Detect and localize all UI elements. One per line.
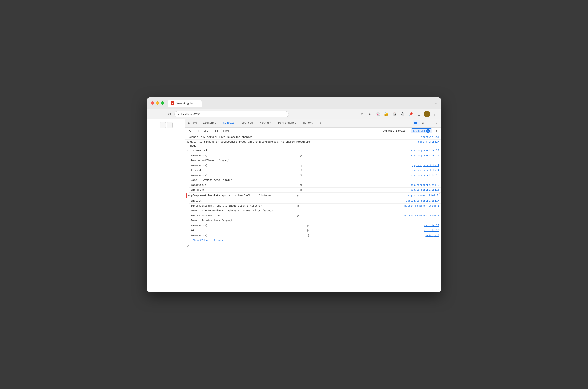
disable-log-button[interactable] [195, 128, 200, 134]
console-log-8: (anonymous) @ app.component.ts:16 [189, 173, 441, 178]
maximize-window-button[interactable] [161, 101, 164, 105]
console-log-4: (anonymous) @ app.component.ts:18 [189, 153, 441, 158]
console-log-10-link[interactable]: app.component.ts:16 [410, 183, 439, 187]
console-log-20-text: (anonymous) [191, 234, 307, 237]
console-log-20: (anonymous) @ main.js:2 [189, 233, 441, 238]
extension-icon-2[interactable]: 🔐 [383, 110, 390, 118]
console-log-16-link[interactable]: button.component.html:1 [404, 214, 439, 218]
console-log-17: Zone — Promise.then (async) [189, 218, 441, 223]
svg-rect-3 [414, 122, 417, 124]
console-log-18: (anonymous) @ main.ts:15 [189, 223, 441, 228]
pin-icon[interactable]: 📌 [407, 110, 415, 118]
more-tabs-button[interactable]: » [317, 120, 325, 127]
more-options-button[interactable]: ⋮ [427, 120, 433, 126]
console-log-2-text: Angular is running in development mode. … [187, 140, 416, 148]
console-log-14: ButtonComponent_Template_input_click_0_l… [189, 204, 441, 209]
tab-memory[interactable]: Memory [300, 120, 316, 126]
new-tab-button[interactable]: + [203, 100, 209, 106]
console-log-12-link[interactable]: app.component.html:2 [408, 194, 438, 198]
context-chevron-icon: ▾ [209, 130, 211, 132]
device-toggle-button[interactable] [192, 121, 198, 126]
zoom-out-button[interactable]: − [167, 122, 173, 128]
console-log-4-text: (anonymous) [191, 154, 299, 158]
console-log-13-link[interactable]: button.component.ts:17 [406, 199, 439, 203]
log-levels-label: Default levels [383, 129, 406, 132]
extension-icon-1[interactable]: 👻 [374, 110, 382, 118]
console-log-1-link[interactable]: index.js:551 [421, 135, 439, 139]
show-more-frames-link[interactable]: Show 234 more frames [193, 238, 223, 242]
console-log-11-link[interactable]: app.component.ts:15 [410, 188, 439, 192]
bookmark-button[interactable]: ★ [366, 110, 373, 118]
console-log-9-text: Zone — Promise.then (async) [191, 178, 439, 182]
url-text: localhost:4200 [181, 112, 200, 116]
share-button[interactable]: ↗ [358, 110, 365, 118]
page-size-controls: + − [160, 122, 173, 128]
console-log-2-link[interactable]: core.mjs:25627 [418, 140, 439, 144]
browser-window: A DemoAngular × + ⌄ ← → ↻ ● localhost:42… [147, 97, 441, 292]
console-filter-input[interactable] [221, 129, 380, 133]
console-log-11-text: increment [191, 188, 299, 192]
title-bar-right: ⌄ [435, 101, 437, 105]
tab-close-button[interactable]: × [195, 101, 199, 105]
clear-console-button[interactable] [187, 128, 193, 134]
context-label: top [203, 129, 208, 132]
settings-button[interactable]: ⚙ [420, 120, 426, 126]
close-window-button[interactable] [151, 101, 154, 105]
window-collapse-icon[interactable]: ⌄ [435, 101, 437, 105]
issues-settings-button[interactable]: ⚙ [434, 128, 439, 134]
devtools-subtoolbar: top ▾ Default levels ▾ 1 Issue: 1 [185, 128, 441, 135]
forward-button[interactable]: → [158, 111, 164, 117]
console-log-15: Zone — HTMLInputElement.addEventListener… [189, 208, 441, 213]
console-log-3-text: ▾ incremented [187, 149, 409, 153]
browser-tab-demoangular[interactable]: A DemoAngular × [167, 100, 202, 106]
console-log-18-link[interactable]: main.ts:15 [424, 224, 439, 228]
issues-badge[interactable]: 1 Issue: 1 [411, 129, 432, 133]
console-log-19-link[interactable]: main.ts:13 [424, 228, 439, 232]
svg-rect-0 [194, 122, 196, 124]
context-selector[interactable]: top ▾ [202, 129, 212, 133]
console-log-10: (anonymous) @ app.component.ts:16 [189, 183, 441, 188]
back-button[interactable]: ← [150, 111, 156, 117]
console-log-12-highlighted: AppComponent_Template_app_button_handleC… [186, 193, 440, 199]
extension-icon-3[interactable]: 🎲 [391, 110, 398, 118]
console-log-18-text: (anonymous) [191, 224, 306, 228]
menu-button[interactable]: ⋮ [431, 110, 438, 118]
console-log-14-link[interactable]: button.component.html:1 [404, 204, 439, 208]
tab-performance[interactable]: Performance [275, 120, 299, 126]
console-log-1: [webpack-dev-server] Live Reloading enab… [185, 135, 441, 140]
browser-actions: ↗ ★ 👻 🔐 🎲 ⛄ 📌 ◫ ⋮ [358, 110, 438, 118]
tab-sources[interactable]: Sources [238, 120, 256, 126]
console-log-1-text: [webpack-dev-server] Live Reloading enab… [187, 135, 419, 139]
security-lock-icon: ● [178, 112, 179, 116]
console-log-7-link[interactable]: app.component.ts:4 [412, 168, 439, 172]
svg-rect-2 [195, 124, 196, 124]
console-log-3-link[interactable]: app.component.ts:18 [410, 149, 439, 153]
user-avatar[interactable] [424, 111, 430, 117]
tab-console[interactable]: Console [220, 120, 238, 126]
toolbar-divider [199, 121, 199, 126]
log-levels-selector[interactable]: Default levels ▾ [381, 129, 409, 133]
live-expressions-button[interactable] [214, 128, 219, 134]
devtools-close-button[interactable]: ✕ [434, 120, 440, 126]
extensions-button[interactable]: ⛄ [399, 110, 406, 118]
chat-icon[interactable]: 1 [413, 120, 420, 126]
console-log-8-link[interactable]: app.component.ts:16 [410, 173, 439, 177]
sidebar-toggle[interactable]: ◫ [415, 110, 423, 118]
console-log-4-link[interactable]: app.component.ts:18 [410, 154, 439, 158]
console-log-9: Zone — Promise.then (async) [189, 178, 441, 183]
console-log-16-text: ButtonComponent_Template [191, 214, 296, 218]
tab-title: DemoAngular [176, 101, 194, 105]
zoom-in-button[interactable]: + [160, 122, 166, 128]
tab-elements[interactable]: Elements [200, 120, 220, 126]
minimize-window-button[interactable] [156, 101, 159, 105]
console-log-12-text: AppComponent_Template_app_button_handleC… [188, 194, 297, 198]
reload-button[interactable]: ↻ [166, 111, 173, 117]
console-log-19: 4431 @ main.ts:13 [189, 228, 441, 233]
console-log-20-link[interactable]: main.js:2 [425, 234, 439, 237]
console-log-13-text: onClick [191, 199, 297, 203]
console-log-6-link[interactable]: app.component.ts:4 [412, 164, 439, 167]
inspect-element-button[interactable] [186, 121, 192, 126]
tab-favicon-icon: A [170, 101, 174, 105]
tab-network[interactable]: Network [257, 120, 274, 126]
address-field[interactable]: ● localhost:4200 [174, 111, 289, 117]
